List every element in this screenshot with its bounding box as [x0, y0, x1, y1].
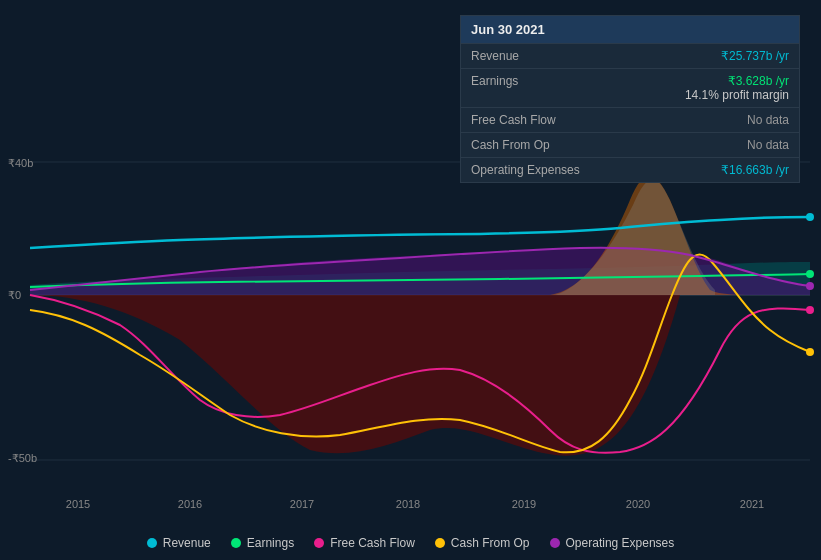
tooltip-row-opex: Operating Expenses ₹16.663b /yr — [461, 157, 799, 182]
tooltip-value-cashfromop: No data — [747, 138, 789, 152]
legend-dot-fcf — [314, 538, 324, 548]
svg-point-8 — [806, 282, 814, 290]
x-label-2017: 2017 — [290, 498, 314, 510]
tooltip-value-revenue: ₹25.737b /yr — [721, 49, 789, 63]
tooltip-label-fcf: Free Cash Flow — [471, 113, 591, 127]
legend-dot-opex — [550, 538, 560, 548]
legend-item-fcf[interactable]: Free Cash Flow — [314, 536, 415, 550]
legend-item-opex[interactable]: Operating Expenses — [550, 536, 675, 550]
svg-point-5 — [806, 270, 814, 278]
legend-item-revenue[interactable]: Revenue — [147, 536, 211, 550]
legend-item-earnings[interactable]: Earnings — [231, 536, 294, 550]
tooltip-value-opex: ₹16.663b /yr — [721, 163, 789, 177]
x-label-2018: 2018 — [396, 498, 420, 510]
y-label-bottom: -₹50b — [8, 452, 37, 465]
tooltip-row-cashfromop: Cash From Op No data — [461, 132, 799, 157]
x-label-2015: 2015 — [66, 498, 90, 510]
tooltip-row-earnings: Earnings ₹3.628b /yr 14.1% profit margin — [461, 68, 799, 107]
tooltip-value-fcf: No data — [747, 113, 789, 127]
legend-dot-cashfromop — [435, 538, 445, 548]
tooltip-row-fcf: Free Cash Flow No data — [461, 107, 799, 132]
tooltip-date: Jun 30 2021 — [461, 16, 799, 43]
tooltip-row-revenue: Revenue ₹25.737b /yr — [461, 43, 799, 68]
x-label-2016: 2016 — [178, 498, 202, 510]
x-label-2020: 2020 — [626, 498, 650, 510]
x-label-2021: 2021 — [740, 498, 764, 510]
legend: Revenue Earnings Free Cash Flow Cash Fro… — [0, 536, 821, 550]
svg-point-4 — [806, 213, 814, 221]
tooltip-label-opex: Operating Expenses — [471, 163, 591, 177]
legend-label-cashfromop: Cash From Op — [451, 536, 530, 550]
svg-point-7 — [806, 348, 814, 356]
legend-label-revenue: Revenue — [163, 536, 211, 550]
svg-point-6 — [806, 306, 814, 314]
legend-dot-revenue — [147, 538, 157, 548]
legend-label-earnings: Earnings — [247, 536, 294, 550]
tooltip-label-earnings: Earnings — [471, 74, 591, 88]
y-label-mid: ₹0 — [8, 289, 21, 302]
legend-label-opex: Operating Expenses — [566, 536, 675, 550]
legend-label-fcf: Free Cash Flow — [330, 536, 415, 550]
x-label-2019: 2019 — [512, 498, 536, 510]
chart-container: ₹40b ₹0 -₹50b 2015 2016 2017 2018 2019 2… — [0, 0, 821, 560]
legend-dot-earnings — [231, 538, 241, 548]
tooltip-value-profit-margin: 14.1% profit margin — [685, 88, 789, 102]
legend-item-cashfromop[interactable]: Cash From Op — [435, 536, 530, 550]
tooltip-label-revenue: Revenue — [471, 49, 591, 63]
tooltip-value-earnings: ₹3.628b /yr — [685, 74, 789, 88]
tooltip-label-cashfromop: Cash From Op — [471, 138, 591, 152]
y-label-top: ₹40b — [8, 157, 33, 170]
tooltip: Jun 30 2021 Revenue ₹25.737b /yr Earning… — [460, 15, 800, 183]
